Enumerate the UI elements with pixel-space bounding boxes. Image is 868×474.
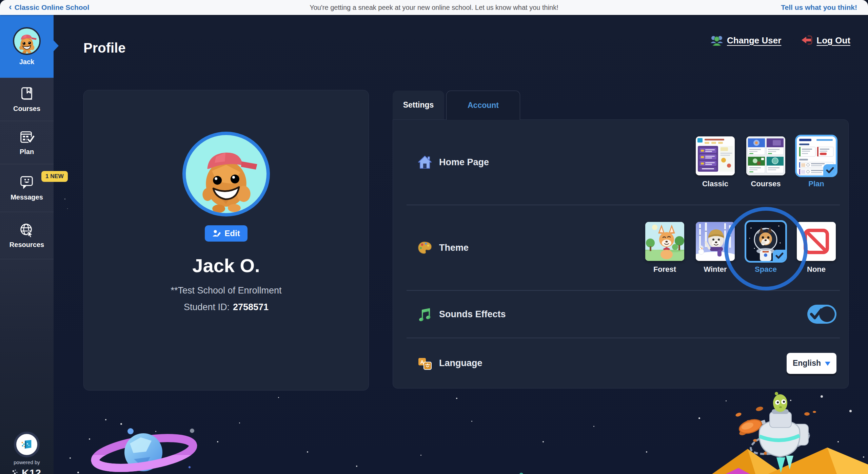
edit-avatar-button[interactable]: Edit (205, 225, 247, 242)
feedback-link[interactable]: Tell us what you think! (781, 3, 857, 12)
school-name: **Test School of Enrollment (171, 285, 281, 296)
courses-thumbnail (746, 136, 785, 175)
dropdown-arrow-icon (825, 362, 830, 368)
option-label: Plan (808, 179, 824, 188)
alien-rocket (726, 390, 837, 474)
home-page-options: Classic (695, 136, 836, 188)
change-user-label: Change User (727, 35, 781, 46)
forest-thumbnail (645, 222, 684, 261)
translate-icon: A (417, 356, 432, 371)
sidebar-item-resources[interactable]: Resources (0, 212, 54, 259)
home-page-label: Home Page (439, 157, 489, 168)
powered-by-label: powered by (14, 459, 40, 465)
k12-pixels (12, 469, 20, 474)
option-label: Forest (653, 265, 676, 274)
tab-settings[interactable]: Settings (393, 91, 444, 119)
language-label-group: A Language (417, 356, 482, 371)
winter-thumbnail (696, 222, 735, 261)
k12-wordmark: K12 (12, 467, 41, 474)
home-option-plan[interactable]: Plan (796, 136, 836, 188)
none-thumbnail (797, 222, 836, 261)
back-to-classic-link[interactable]: ‹ Classic Online School (9, 3, 89, 12)
home-option-classic[interactable]: Classic (695, 136, 735, 188)
sidebar-item-profile[interactable]: Jack (0, 15, 54, 78)
edit-icon (212, 229, 221, 238)
globe-icon (19, 222, 35, 238)
messages-icon (19, 175, 35, 190)
student-name: Jack O. (192, 254, 260, 277)
selected-checkmark-icon (823, 164, 836, 175)
svg-text:A: A (420, 359, 424, 365)
selected-checkmark-icon (773, 250, 785, 261)
student-id: Student ID: 2758571 (184, 302, 269, 312)
theme-row: Theme (393, 205, 848, 290)
language-row: A Language English (393, 338, 848, 388)
theme-options: Forest (645, 222, 836, 274)
jack-character (191, 144, 262, 213)
back-link-label: Classic Online School (15, 3, 90, 12)
home-page-label-group: Home Page (417, 155, 489, 170)
theme-label: Theme (439, 243, 469, 253)
language-dropdown[interactable]: English (787, 353, 836, 374)
sidebar-item-label: Courses (13, 105, 40, 113)
settings-panel: Home Page (393, 119, 849, 388)
language-label: Language (439, 358, 482, 368)
users-icon (711, 35, 723, 46)
theme-option-space[interactable]: Space (746, 222, 786, 274)
settings-tabs: Settings Account (393, 91, 520, 120)
avatar (13, 27, 41, 55)
sound-effects-row: Sounds Effects (393, 291, 848, 338)
banner-message: You're getting a sneak peek at your new … (310, 4, 558, 12)
active-pointer (53, 40, 59, 52)
classic-thumbnail (696, 136, 735, 175)
powered-by-block: powered by K12 (0, 432, 54, 474)
sound-effects-label-group: Sounds Effects (417, 307, 506, 322)
jack-character (16, 32, 38, 54)
sidebar-item-courses[interactable]: Courses (0, 78, 54, 121)
sneak-peek-banner: ‹ Classic Online School You're getting a… (0, 0, 868, 15)
option-label: Courses (751, 179, 781, 188)
music-note-icon (417, 307, 432, 322)
option-label: Classic (702, 179, 728, 188)
main-content: Profile Change User Log Out (54, 15, 868, 474)
student-id-value: 2758571 (233, 302, 269, 312)
sidebar: Jack Courses Plan 1 NEW Messages (0, 15, 54, 474)
ringed-planet (90, 426, 198, 474)
home-option-courses[interactable]: Courses (746, 136, 786, 188)
student-id-label: Student ID: (184, 302, 230, 312)
toggle-knob (819, 306, 835, 322)
sidebar-item-plan[interactable]: Plan (0, 121, 54, 164)
change-user-button[interactable]: Change User (711, 35, 781, 46)
back-chevron-icon: ‹ (9, 2, 12, 11)
space-thumbnail (746, 222, 785, 261)
theme-option-forest[interactable]: Forest (645, 222, 685, 274)
plan-icon (19, 129, 35, 145)
sound-effects-toggle[interactable] (807, 305, 836, 324)
theme-label-group: Theme (417, 240, 469, 255)
logout-icon (800, 35, 812, 46)
page-title: Profile (83, 40, 125, 56)
sound-effects-label: Sounds Effects (439, 309, 506, 320)
home-page-row: Home Page (393, 120, 848, 205)
avatar (182, 132, 270, 216)
log-out-button[interactable]: Log Out (800, 35, 850, 46)
log-out-label: Log Out (816, 35, 850, 46)
sidebar-item-messages[interactable]: 1 NEW Messages (0, 164, 54, 212)
theme-option-winter[interactable]: Winter (695, 222, 735, 274)
k12-logo (14, 432, 40, 457)
edit-label: Edit (224, 229, 240, 238)
sidebar-item-label: Resources (9, 241, 44, 249)
language-value: English (793, 359, 821, 368)
sidebar-item-label: Plan (20, 148, 34, 156)
option-label: None (807, 265, 826, 274)
option-label: Space (755, 265, 777, 274)
option-label: Winter (704, 265, 727, 274)
book-icon (19, 86, 35, 102)
sidebar-item-label: Messages (11, 193, 43, 201)
tab-account[interactable]: Account (446, 91, 520, 120)
plan-thumbnail (797, 136, 836, 175)
profile-card: Edit Jack O. **Test School of Enrollment… (83, 90, 369, 391)
sidebar-item-label: Jack (19, 58, 35, 66)
palette-icon (417, 240, 432, 255)
theme-option-none[interactable]: None (796, 222, 836, 274)
